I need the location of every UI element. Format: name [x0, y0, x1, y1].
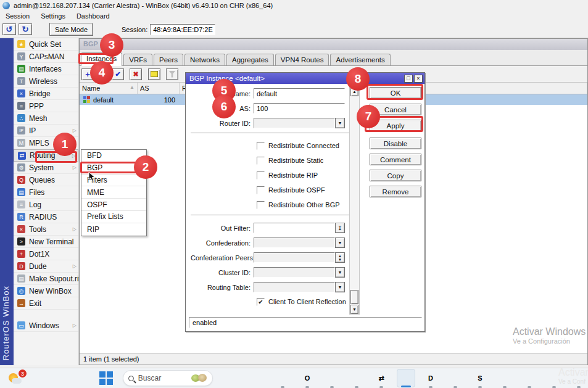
close-icon[interactable]: ×: [414, 75, 423, 83]
submenu-arrow-icon: ▷: [73, 165, 77, 170]
tab-peers[interactable]: Peers: [154, 54, 183, 65]
spinner-icon[interactable]: ▲▼: [335, 252, 345, 263]
enable-button[interactable]: ✔: [112, 68, 124, 80]
menu-item-session[interactable]: Session: [0, 12, 35, 20]
field-input[interactable]: default: [254, 88, 345, 99]
form-row: Confederation Peers:▲▼: [191, 252, 350, 263]
field-label: Routing Table:: [191, 284, 254, 291]
sidebar-item-make-supout-rif[interactable]: ▤Make Supout.rif: [14, 273, 78, 285]
dropdown-arrow-icon[interactable]: ▼: [335, 118, 345, 128]
sidebar-item-capsman[interactable]: YCAPsMAN: [14, 51, 78, 63]
checkbox-redistribute-ospf[interactable]: [257, 186, 265, 194]
scroll-thumb[interactable]: [350, 290, 358, 304]
column-header-as[interactable]: AS: [138, 83, 180, 94]
drawing-tool-app-taskbar-button[interactable]: D: [421, 369, 440, 387]
remove-button[interactable]: Remove: [370, 186, 421, 197]
maximize-icon[interactable]: □: [404, 75, 413, 83]
disable-button[interactable]: ✖: [130, 68, 142, 80]
context-menu-item-prefix-lists[interactable]: Prefix Lists: [81, 211, 146, 223]
green-ring-app-taskbar-button[interactable]: [347, 369, 366, 387]
sidebar-item-files[interactable]: ▤Files: [14, 186, 78, 199]
column-header-name[interactable]: Name▲: [80, 83, 138, 94]
supout-icon: ▤: [17, 274, 25, 283]
sidebar-item-ppp[interactable]: ≡PPP: [14, 100, 78, 112]
context-menu-item-ospf[interactable]: OSPF: [81, 199, 146, 211]
session-field[interactable]: 48:A9:8A:EE:D7:2E: [150, 24, 215, 35]
copy-button[interactable]: Copy: [370, 170, 421, 181]
sidebar-item-dot1x[interactable]: +Dot1X: [14, 248, 78, 260]
menu-item-settings[interactable]: Settings: [35, 12, 71, 20]
redo-button[interactable]: ↻: [19, 23, 32, 35]
sidebar-item-system[interactable]: ⚙System▷: [14, 162, 78, 174]
yellow-arrows-app-taskbar-button[interactable]: ⇄: [372, 369, 391, 387]
comment-button[interactable]: [148, 68, 160, 80]
notepad-taskbar-button[interactable]: [495, 369, 514, 387]
sidebar-item-queues[interactable]: QQueues: [14, 174, 78, 186]
sublime-text-taskbar-button[interactable]: S: [471, 369, 489, 387]
sidebar-item-interfaces[interactable]: ▤Interfaces: [14, 63, 78, 75]
field-input[interactable]: [254, 252, 335, 263]
sidebar-item-new-terminal[interactable]: >New Terminal: [14, 236, 78, 248]
tab-networks[interactable]: Networks: [184, 54, 225, 65]
field-input[interactable]: [254, 237, 335, 248]
tab-aggregates[interactable]: Aggregates: [226, 54, 274, 65]
task-view-taskbar-button[interactable]: [224, 369, 242, 387]
comment-button[interactable]: Comment: [370, 154, 421, 165]
checkbox-redistribute-rip[interactable]: [257, 171, 265, 180]
context-menu-item-mme[interactable]: MME: [81, 186, 146, 199]
mouse-cursor-icon: [88, 172, 96, 182]
field-input[interactable]: [254, 282, 335, 292]
checkbox-label: Redistribute Static: [268, 157, 323, 164]
undo-icon: ↺: [6, 25, 13, 34]
sidebar-item-new-winbox[interactable]: ◎New WinBox: [14, 285, 78, 297]
undo-button[interactable]: ↺: [2, 23, 16, 35]
sidebar-item-tools[interactable]: ×Tools▷: [14, 223, 78, 236]
bgp-window-title[interactable]: BGP: [80, 39, 587, 50]
file-explorer-taskbar-button[interactable]: [273, 369, 292, 387]
field-input[interactable]: [254, 267, 335, 278]
checkbox-client-to-client-reflection[interactable]: ✔: [257, 298, 265, 306]
sidebar-item-dude[interactable]: DDude▷: [14, 260, 78, 273]
checkbox-redistribute-other-bgp[interactable]: [257, 201, 265, 209]
outlook-taskbar-button[interactable]: O: [298, 369, 317, 387]
sidebar-item-quick-set[interactable]: ★Quick Set: [14, 38, 78, 51]
filter-icon: [169, 71, 176, 78]
safe-mode-button[interactable]: Safe Mode: [49, 23, 93, 36]
sidebar-item-mesh[interactable]: ∴Mesh: [14, 112, 78, 125]
checkbox-redistribute-static[interactable]: [257, 157, 265, 165]
red-green-app-taskbar-button[interactable]: [446, 369, 465, 387]
form-row: Router ID:▼: [191, 118, 350, 128]
menu-item-dashboard[interactable]: Dashboard: [71, 12, 115, 20]
context-menu-item-rip[interactable]: RIP: [81, 223, 146, 236]
sidebar-item-wireless[interactable]: TWireless: [14, 75, 78, 88]
scroll-down-icon[interactable]: ▼: [350, 305, 358, 314]
start-button[interactable]: [99, 370, 114, 386]
sidebar-item-exit[interactable]: →Exit: [14, 297, 78, 310]
dropdown-arrow-icon[interactable]: ▼: [335, 282, 345, 292]
taskbar-search[interactable]: Buscar: [123, 370, 213, 386]
dropdown-arrow-icon[interactable]: ▼: [335, 267, 345, 278]
sidebar-item-radius[interactable]: RRADIUS: [14, 211, 78, 223]
winbox-taskbar-button[interactable]: [397, 369, 415, 387]
field-input[interactable]: [254, 223, 335, 233]
checkbox-redistribute-connected[interactable]: [257, 142, 265, 150]
sidebar-item-log[interactable]: ≡Log: [14, 199, 78, 211]
copilot-taskbar-button[interactable]: [249, 369, 267, 387]
remote-access-taskbar-button[interactable]: [520, 369, 539, 387]
disable-button[interactable]: Disable: [370, 138, 421, 149]
dropdown-arrow-icon[interactable]: ▼: [335, 237, 345, 248]
filter-button[interactable]: [166, 68, 178, 80]
sidebar-item-windows[interactable]: ▭Windows▷: [14, 320, 78, 332]
weather-widget[interactable]: 3: [7, 371, 28, 387]
field-input[interactable]: [254, 118, 335, 128]
sidebar-item-label: Mesh: [29, 114, 47, 123]
tab-advertisements[interactable]: Advertisements: [330, 54, 390, 65]
cell-name: default: [93, 96, 138, 104]
session-label: Session:: [122, 26, 147, 33]
sidebar-item-bridge[interactable]: ×Bridge: [14, 88, 78, 100]
field-input[interactable]: 100: [254, 103, 345, 114]
chrome-taskbar-button[interactable]: [323, 369, 341, 387]
drop-load-icon[interactable]: ↧: [335, 223, 345, 233]
tab-vpn4-routes[interactable]: VPN4 Routes: [275, 54, 329, 65]
tab-vrfs[interactable]: VRFs: [123, 54, 152, 65]
